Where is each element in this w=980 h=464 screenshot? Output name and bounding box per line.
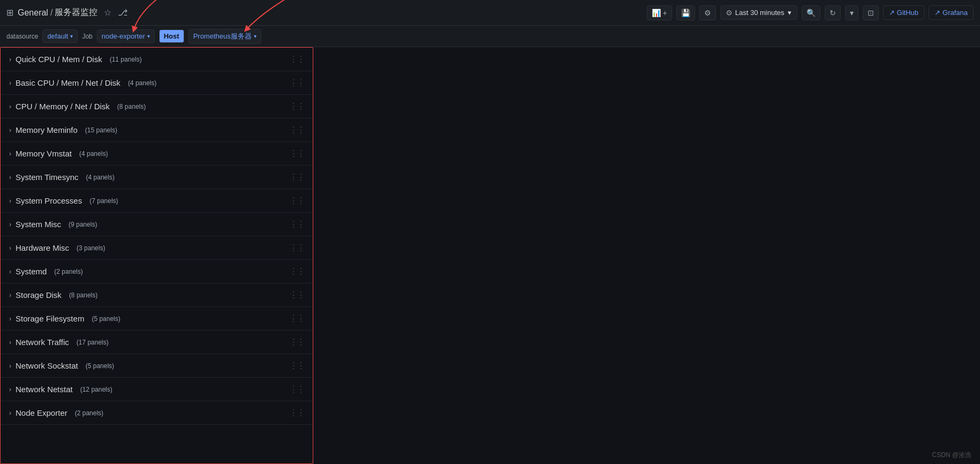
chevron-right-icon: ›: [9, 291, 11, 299]
section-item[interactable]: ›Memory Vmstat(4 panels)⋮⋮: [1, 142, 313, 166]
section-name: Storage Disk: [16, 290, 62, 300]
section-item[interactable]: ›System Processes(7 panels)⋮⋮: [1, 189, 313, 213]
section-count: (3 panels): [77, 244, 105, 252]
section-item-left: ›Quick CPU / Mem / Disk(11 panels): [9, 55, 142, 64]
breadcrumb-current: 服务器监控: [55, 7, 97, 18]
datasource-select[interactable]: default ▾: [42, 29, 78, 43]
section-list: ›Quick CPU / Mem / Disk(11 panels)⋮⋮›Bas…: [0, 47, 313, 464]
section-item-left: ›Basic CPU / Mem / Net / Disk(4 panels): [9, 78, 156, 87]
chevron-down-icon: ▾: [788, 9, 791, 17]
chevron-right-icon: ›: [9, 79, 11, 87]
chevron-right-icon: ›: [9, 150, 11, 158]
section-name: Network Traffic: [16, 338, 69, 347]
section-item[interactable]: ›CPU / Memory / Net / Disk(8 panels)⋮⋮: [1, 95, 313, 118]
section-item-left: ›Storage Disk(8 panels): [9, 290, 97, 300]
chevron-down-button[interactable]: ▾: [845, 5, 858, 20]
section-name: Quick CPU / Mem / Disk: [16, 55, 102, 64]
section-item[interactable]: ›Network Sockstat(5 panels)⋮⋮: [1, 354, 313, 378]
drag-handle-icon[interactable]: ⋮⋮: [289, 361, 304, 371]
section-name: System Processes: [16, 196, 82, 205]
drag-handle-icon[interactable]: ⋮⋮: [289, 290, 304, 300]
drag-handle-icon[interactable]: ⋮⋮: [289, 101, 304, 111]
section-item[interactable]: ›Systemd(2 panels)⋮⋮: [1, 260, 313, 283]
chevron-right-icon: ›: [9, 339, 11, 346]
chevron-right-icon: ›: [9, 221, 11, 228]
external-link-icon: ↗: [934, 9, 940, 17]
section-name: Node Exporter: [16, 408, 67, 417]
main-content: ›Quick CPU / Mem / Disk(11 panels)⋮⋮›Bas…: [0, 47, 980, 464]
breadcrumb-parent[interactable]: General: [18, 8, 48, 18]
section-item-left: ›System Timesync(4 panels): [9, 173, 115, 182]
drag-handle-icon[interactable]: ⋮⋮: [289, 243, 304, 253]
section-name: CPU / Memory / Net / Disk: [16, 102, 110, 111]
section-count: (2 panels): [54, 268, 82, 275]
drag-handle-icon[interactable]: ⋮⋮: [289, 337, 304, 347]
drag-handle-icon[interactable]: ⋮⋮: [289, 266, 304, 276]
refresh-button[interactable]: ↻: [825, 5, 841, 20]
section-item[interactable]: ›Hardware Misc(3 panels)⋮⋮: [1, 236, 313, 260]
section-item[interactable]: ›Basic CPU / Mem / Net / Disk(4 panels)⋮…: [1, 71, 313, 95]
section-name: Network Netstat: [16, 385, 73, 394]
chevron-right-icon: ›: [9, 126, 11, 134]
section-item[interactable]: ›Network Netstat(12 panels)⋮⋮: [1, 378, 313, 401]
host-select[interactable]: Prometheus服务器 ▾: [189, 29, 261, 44]
section-item-left: ›Storage Filesystem(5 panels): [9, 314, 120, 323]
top-bar-right: 📊 + 💾 ⚙ ⊙ Last 30 minutes ▾ 🔍 ↻ ▾ ⊡ ↗ Gi…: [647, 5, 974, 20]
search-button[interactable]: 🔍: [802, 5, 820, 20]
search-icon: 🔍: [806, 9, 816, 17]
watermark: CSDN @沧浩: [932, 451, 971, 460]
grid-icon[interactable]: ⊞: [6, 8, 13, 18]
drag-handle-icon[interactable]: ⋮⋮: [289, 172, 304, 182]
chevron-right-icon: ›: [9, 174, 11, 181]
section-count: (15 panels): [85, 126, 117, 134]
github-link-button[interactable]: ↗ GitHub: [883, 5, 924, 20]
section-item[interactable]: ›Node Exporter(2 panels)⋮⋮: [1, 401, 313, 425]
job-select[interactable]: node-exporter ▾: [97, 29, 155, 43]
section-name: Memory Vmstat: [16, 149, 72, 158]
section-item[interactable]: ›Memory Meminfo(15 panels)⋮⋮: [1, 118, 313, 142]
section-count: (9 panels): [69, 221, 97, 228]
section-name: Systemd: [16, 267, 47, 276]
section-item[interactable]: ›Network Traffic(17 panels)⋮⋮: [1, 331, 313, 354]
time-picker[interactable]: ⊙ Last 30 minutes ▾: [720, 5, 797, 20]
section-item-left: ›Network Sockstat(5 panels): [9, 361, 114, 370]
drag-handle-icon[interactable]: ⋮⋮: [289, 125, 304, 135]
section-count: (8 panels): [117, 103, 146, 110]
expand-button[interactable]: ⊡: [863, 5, 879, 20]
section-count: (5 panels): [92, 315, 120, 323]
add-panel-button[interactable]: 📊 +: [647, 5, 672, 20]
datasource-label: datasource: [6, 33, 38, 40]
section-item[interactable]: ›System Timesync(4 panels)⋮⋮: [1, 166, 313, 189]
drag-handle-icon[interactable]: ⋮⋮: [289, 78, 304, 88]
breadcrumb-separator: /: [50, 8, 52, 18]
job-label: Job: [82, 33, 92, 40]
drag-handle-icon[interactable]: ⋮⋮: [289, 219, 304, 229]
drag-handle-icon[interactable]: ⋮⋮: [289, 54, 304, 64]
drag-handle-icon[interactable]: ⋮⋮: [289, 196, 304, 206]
settings-button[interactable]: ⚙: [699, 5, 716, 20]
section-name: Hardware Misc: [16, 243, 69, 252]
host-value: Prometheus服务器: [193, 32, 252, 41]
section-item-left: ›Hardware Misc(3 panels): [9, 243, 105, 252]
grafana-link-button[interactable]: ↗ Grafana: [929, 5, 974, 20]
host-label: Host: [164, 32, 179, 40]
section-item[interactable]: ›Quick CPU / Mem / Disk(11 panels)⋮⋮: [1, 48, 313, 71]
section-item-left: ›Network Traffic(17 panels): [9, 338, 109, 347]
gear-icon: ⚙: [704, 9, 711, 17]
star-icon[interactable]: ☆: [104, 8, 111, 18]
chevron-right-icon: ›: [9, 386, 11, 393]
drag-handle-icon[interactable]: ⋮⋮: [289, 408, 304, 418]
section-count: (7 panels): [89, 197, 118, 205]
section-item[interactable]: ›Storage Disk(8 panels)⋮⋮: [1, 283, 313, 307]
share-icon[interactable]: ⎇: [118, 8, 127, 18]
drag-handle-icon[interactable]: ⋮⋮: [289, 384, 304, 394]
save-button[interactable]: 💾: [676, 5, 695, 20]
chevron-right-icon: ›: [9, 409, 11, 417]
section-item[interactable]: ›Storage Filesystem(5 panels)⋮⋮: [1, 307, 313, 331]
section-name: Basic CPU / Mem / Net / Disk: [16, 78, 120, 87]
drag-handle-icon[interactable]: ⋮⋮: [289, 313, 304, 324]
section-item[interactable]: ›System Misc(9 panels)⋮⋮: [1, 213, 313, 236]
section-count: (4 panels): [128, 79, 156, 87]
chevron-down-icon: ▾: [70, 33, 73, 39]
drag-handle-icon[interactable]: ⋮⋮: [289, 148, 304, 159]
